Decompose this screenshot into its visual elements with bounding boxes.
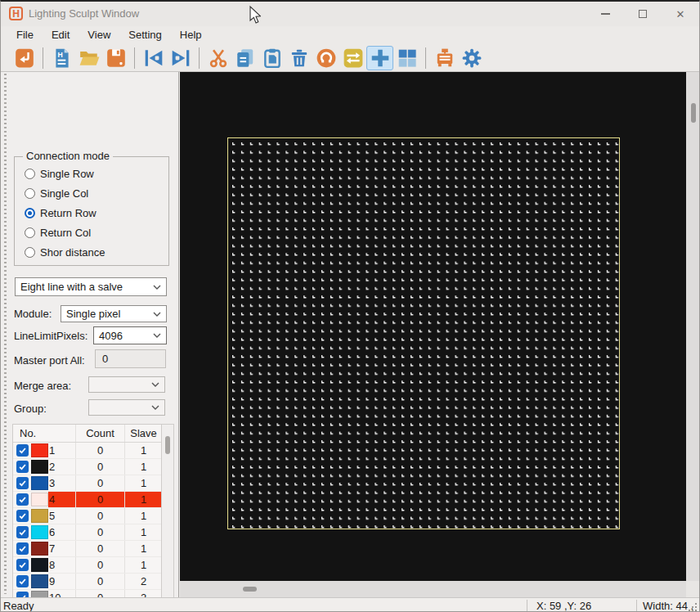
color-swatch[interactable] bbox=[31, 476, 48, 490]
row-checkbox[interactable] bbox=[16, 575, 29, 587]
table-row[interactable]: 101 bbox=[13, 443, 173, 459]
table-row[interactable]: 801 bbox=[13, 557, 173, 574]
radio-single-row[interactable]: Single Row bbox=[25, 166, 94, 181]
undo-button[interactable] bbox=[11, 46, 38, 70]
save-button[interactable] bbox=[102, 46, 129, 70]
table-vscrollbar[interactable] bbox=[161, 425, 173, 612]
table-row[interactable]: 601 bbox=[13, 524, 173, 541]
paste-button[interactable] bbox=[258, 46, 285, 70]
table-row[interactable]: 201 bbox=[13, 459, 173, 475]
row-checkbox[interactable] bbox=[16, 493, 29, 506]
maximize-button[interactable] bbox=[624, 2, 662, 26]
module-value: Single pixel bbox=[66, 308, 121, 320]
menu-help[interactable]: Help bbox=[171, 26, 211, 44]
machine-button[interactable] bbox=[431, 46, 458, 70]
tiles-icon bbox=[397, 47, 418, 69]
status-width: Width: 44 , bbox=[643, 600, 693, 612]
close-button[interactable]: ✕ bbox=[662, 2, 699, 26]
row-checkbox[interactable] bbox=[16, 510, 29, 522]
row-checkbox[interactable] bbox=[16, 559, 29, 571]
color-swatch[interactable] bbox=[31, 558, 48, 572]
toolbar: H bbox=[1, 44, 699, 72]
row-checkbox[interactable] bbox=[16, 444, 29, 457]
row-number: 4 bbox=[48, 492, 75, 507]
color-swatch[interactable] bbox=[31, 542, 48, 556]
new-file-button[interactable]: H bbox=[48, 46, 75, 70]
open-folder-button[interactable] bbox=[75, 46, 102, 70]
module-select[interactable]: Single pixel bbox=[61, 305, 167, 322]
table-row[interactable]: 902 bbox=[13, 574, 173, 590]
color-swatch[interactable] bbox=[31, 443, 48, 457]
color-swatch[interactable] bbox=[31, 493, 48, 506]
row-checkbox[interactable] bbox=[16, 461, 29, 473]
window-title: Lighting Sculpt Window bbox=[29, 7, 139, 20]
resize-grip-icon[interactable] bbox=[688, 602, 698, 612]
go-last-button[interactable] bbox=[167, 46, 194, 70]
menu-view[interactable]: View bbox=[79, 26, 119, 44]
close-icon: ✕ bbox=[676, 8, 685, 20]
cell-no: 7 bbox=[13, 541, 75, 556]
radio-return-col[interactable]: Return Col bbox=[25, 225, 91, 240]
column-header-count[interactable]: Count bbox=[75, 425, 124, 442]
pixel-grid[interactable] bbox=[227, 137, 620, 529]
radio-shor-distance[interactable]: Shor distance bbox=[25, 245, 105, 259]
go-first-button[interactable] bbox=[140, 46, 167, 70]
radio-icon bbox=[25, 227, 35, 238]
table-row[interactable]: 501 bbox=[13, 508, 173, 524]
cell-slave: 2 bbox=[124, 574, 162, 589]
color-swatch[interactable] bbox=[31, 509, 48, 523]
group-select[interactable] bbox=[88, 399, 165, 416]
paste-icon bbox=[262, 47, 283, 69]
connection-mode-label: Connection mode bbox=[23, 150, 113, 162]
cross-button[interactable] bbox=[366, 46, 393, 70]
cell-count: 0 bbox=[75, 475, 124, 491]
copy-button[interactable] bbox=[231, 46, 258, 70]
menu-setting[interactable]: Setting bbox=[119, 26, 170, 44]
radio-label: Shor distance bbox=[40, 246, 105, 259]
menu-file[interactable]: File bbox=[7, 26, 43, 44]
cell-count: 0 bbox=[75, 524, 124, 540]
canvas-vscroll-thumb[interactable] bbox=[691, 103, 696, 123]
tiles-button[interactable] bbox=[393, 46, 420, 70]
menu-edit[interactable]: Edit bbox=[43, 26, 79, 44]
radio-single-col[interactable]: Single Col bbox=[25, 186, 88, 200]
table-body: 1012013014015016017018019021002110212021… bbox=[13, 443, 173, 612]
table-vscroll-thumb[interactable] bbox=[165, 436, 170, 454]
go-last-icon bbox=[170, 47, 191, 69]
radio-label: Single Col bbox=[40, 187, 88, 200]
column-header-no[interactable]: No. bbox=[13, 425, 75, 442]
rotate-button[interactable] bbox=[312, 46, 339, 70]
column-header-slave[interactable]: Slave bbox=[124, 425, 162, 442]
group-label: Group: bbox=[14, 403, 47, 415]
canvas-hscrollbar[interactable] bbox=[180, 581, 686, 597]
table-row[interactable]: 301 bbox=[13, 475, 173, 492]
table-row[interactable]: 401 bbox=[13, 492, 173, 508]
delete-button[interactable] bbox=[285, 46, 312, 70]
toolbar-divider bbox=[134, 47, 135, 69]
connection-mode-group: Connection mode Single RowSingle ColRetu… bbox=[14, 156, 169, 266]
swap-button[interactable] bbox=[339, 46, 366, 70]
merge-area-select[interactable] bbox=[88, 376, 165, 393]
color-swatch[interactable] bbox=[31, 574, 48, 588]
row-checkbox[interactable] bbox=[16, 542, 29, 555]
table-row[interactable]: 701 bbox=[13, 541, 173, 557]
canvas-viewport[interactable] bbox=[180, 72, 686, 581]
cut-button[interactable] bbox=[204, 46, 231, 70]
canvas-vscrollbar[interactable] bbox=[686, 72, 700, 581]
go-first-icon bbox=[143, 47, 164, 69]
chevron-down-icon bbox=[151, 405, 159, 410]
master-port-input[interactable]: 0 bbox=[95, 349, 166, 368]
table-header: No. Count Slave bbox=[13, 425, 173, 443]
line-limit-select[interactable]: 4096 bbox=[93, 326, 167, 344]
app-logo-icon: H bbox=[9, 7, 23, 20]
minimize-button[interactable] bbox=[586, 2, 624, 26]
radio-return-row[interactable]: Return Row bbox=[25, 205, 96, 220]
line-mode-select[interactable]: Eight line with a salve bbox=[15, 277, 167, 296]
color-swatch[interactable] bbox=[31, 460, 48, 474]
panel-grip[interactable] bbox=[4, 74, 7, 594]
canvas-hscroll-thumb[interactable] bbox=[243, 587, 257, 592]
row-checkbox[interactable] bbox=[16, 526, 29, 538]
settings-button[interactable] bbox=[458, 46, 485, 70]
color-swatch[interactable] bbox=[31, 525, 48, 539]
row-checkbox[interactable] bbox=[16, 477, 29, 489]
